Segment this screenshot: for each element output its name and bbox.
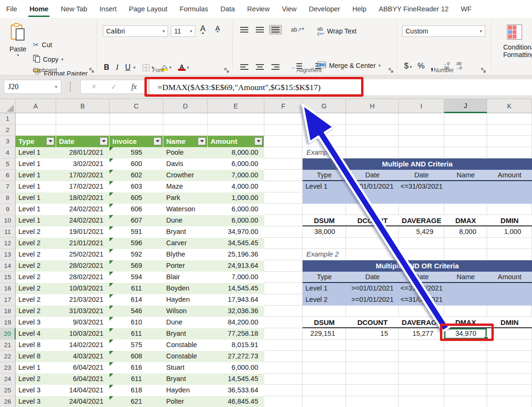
grow-font-button[interactable]: A▲ [200,25,205,35]
cell-A25[interactable]: Level 3 [16,385,56,396]
cell-H19[interactable]: DCOUNT [346,317,399,328]
filter-dropdown-icon[interactable] [46,137,54,145]
cell-G15[interactable]: Type [303,272,346,283]
cell-D11[interactable]: Bryant [163,226,208,238]
cell-B16[interactable]: 10/03/2021 [56,283,110,294]
cell-F18[interactable] [264,306,303,317]
cell-K19[interactable]: DMIN [487,317,532,328]
cell-E19[interactable]: 84,200.00 [208,317,264,328]
font-color-button[interactable]: A ▾ [178,64,189,71]
cell-G13[interactable]: Example 2 [303,249,346,260]
row-header-5[interactable]: 5 [0,158,16,170]
cell-C15[interactable]: 594 [110,272,163,283]
cell-G18[interactable] [303,306,346,317]
cell-F24[interactable] [264,374,303,385]
cell-C7[interactable]: 603 [110,181,163,192]
cell-B20[interactable]: 10/03/2021 [56,328,110,340]
cell-E14[interactable]: 24,913.64 [208,260,264,272]
cell-C2[interactable] [110,125,163,136]
cell-D18[interactable]: Wilson [163,306,208,317]
clipboard-dialog-launcher[interactable] [89,66,95,73]
cell-K23[interactable] [487,362,532,374]
cell-H13[interactable] [346,249,399,260]
cell-F3[interactable] [264,136,303,147]
cell-I16[interactable]: <=31/03/2021 [399,283,444,294]
cell-F23[interactable] [264,362,303,374]
filter-dropdown-icon[interactable] [254,137,262,145]
underline-button[interactable]: U [125,63,131,72]
cell-A22[interactable]: Level 8 [16,351,56,362]
enter-icon[interactable]: ✓ [110,83,117,91]
cell-C18[interactable]: 546 [110,306,163,317]
cell-G19[interactable]: DSUM [303,317,346,328]
cell-F17[interactable] [264,294,303,306]
cell-C13[interactable]: 592 [110,249,163,260]
cell-J9[interactable] [444,204,487,215]
cell-G2[interactable] [303,125,346,136]
row-header-11[interactable]: 11 [0,226,16,238]
cell-F2[interactable] [264,125,303,136]
cell-J15[interactable]: Name [444,272,487,283]
filter-dropdown-icon[interactable] [153,137,161,145]
cell-E2[interactable] [208,125,264,136]
cell-B18[interactable]: 31/03/2021 [56,306,110,317]
cell-K9[interactable] [487,204,532,215]
cell-D4[interactable]: Poole [163,147,208,158]
cell-K25[interactable] [487,385,532,396]
align-left-button[interactable] [238,62,251,72]
cell-I12[interactable] [399,238,444,249]
cell-J13[interactable] [444,249,487,260]
cell-I9[interactable] [399,204,444,215]
cell-H25[interactable] [346,385,399,396]
cell-B14[interactable]: 28/02/2021 [56,260,110,272]
cell-J25[interactable] [444,385,487,396]
row-header-24[interactable]: 24 [0,374,16,385]
cell-E25[interactable]: 36,533.64 [208,385,264,396]
cell-F15[interactable] [264,272,303,283]
cell-C20[interactable]: 611 [110,328,163,340]
cell-I8[interactable] [399,192,444,204]
row-header-2[interactable]: 2 [0,125,16,136]
row-header-20[interactable]: 20 [0,328,16,340]
cell-E1[interactable] [208,113,264,125]
cell-B8[interactable]: 18/02/2021 [56,192,110,204]
cell-H2[interactable] [346,125,399,136]
cell-J2[interactable] [444,125,487,136]
cell-B11[interactable]: 19/01/2021 [56,226,110,238]
cell-F21[interactable] [264,340,303,351]
cell-D7[interactable]: Maze [163,181,208,192]
column-header-F[interactable]: F [264,99,303,113]
cell-K10[interactable]: DMIN [487,215,532,226]
tab-file[interactable]: File [0,0,23,18]
tab-data[interactable]: Data [214,0,241,18]
row-header-22[interactable]: 22 [0,351,16,362]
number-format-combobox[interactable]: Custom ▾ [402,25,485,37]
cell-D16[interactable]: Boyden [163,283,208,294]
font-name-combobox[interactable]: Calibri ▾ [103,25,168,37]
cell-I10[interactable]: DAVERAGE [399,215,444,226]
tab-developer[interactable]: Developer [303,0,346,18]
cell-J16[interactable] [444,283,487,294]
cell-D20[interactable]: Bryant [163,328,208,340]
cell-H10[interactable]: DCOUNT [346,215,399,226]
cell-E15[interactable]: 7,000.00 [208,272,264,283]
row-header-16[interactable]: 16 [0,283,16,294]
cell-C1[interactable] [110,113,163,125]
cell-H7[interactable]: >=01/01/2021 [346,181,399,192]
cell-A13[interactable]: Level 2 [16,249,56,260]
cell-A2[interactable] [16,125,56,136]
cell-F6[interactable] [264,170,303,181]
cell-A20[interactable]: Level 4 [16,328,56,340]
cell-E4[interactable]: 8,000.00 [208,147,264,158]
cell-F10[interactable] [264,215,303,226]
column-header-I[interactable]: I [399,99,444,113]
cell-F12[interactable] [264,238,303,249]
cell-B17[interactable]: 21/03/2021 [56,294,110,306]
cell-B4[interactable]: 28/01/2021 [56,147,110,158]
column-header-C[interactable]: C [110,99,163,113]
column-header-A[interactable]: A [16,99,56,113]
cell-I18[interactable] [399,306,444,317]
cell-H3[interactable] [346,136,399,147]
cell-D10[interactable]: Dune [163,215,208,226]
cell-F19[interactable] [264,317,303,328]
